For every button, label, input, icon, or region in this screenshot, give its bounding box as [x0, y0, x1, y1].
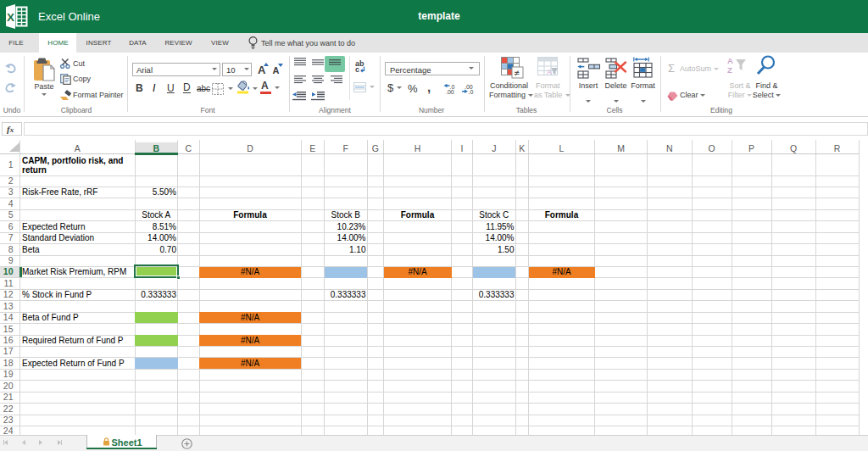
svg-text:≠: ≠	[515, 68, 520, 78]
svg-text:.00: .00	[446, 89, 454, 94]
svg-text:Z: Z	[727, 65, 732, 75]
svg-text:X: X	[7, 11, 14, 24]
svg-text:A: A	[727, 56, 733, 65]
svg-text:A: A	[547, 68, 552, 76]
svg-text:.0: .0	[469, 89, 474, 94]
